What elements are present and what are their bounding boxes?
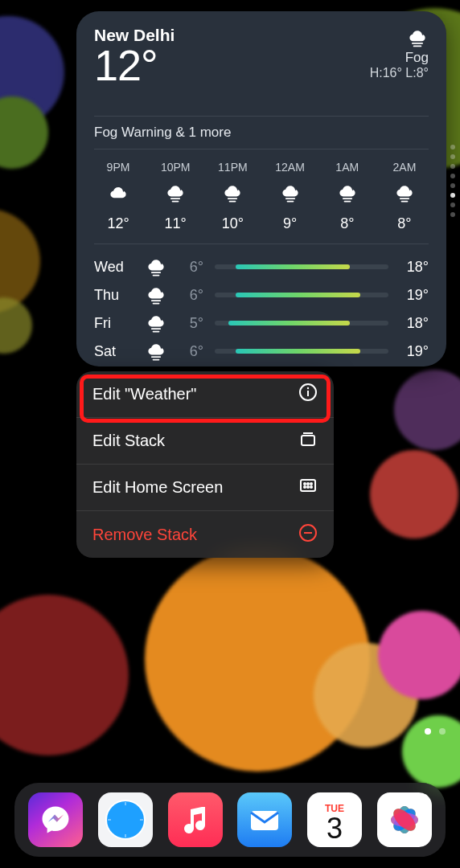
daily-forecast[interactable]: Wed6°18°Thu6°19°Fri5°18°Sat6°19° [94, 244, 429, 362]
hour-time: 9PM [107, 161, 130, 174]
svg-rect-10 [400, 198, 409, 199]
svg-rect-5 [229, 201, 236, 203]
day-name: Fri [94, 315, 133, 332]
svg-rect-41 [251, 811, 278, 830]
hourly-forecast[interactable]: 9PM12°10PM11°11PM10°12AM9°1AM8°2AM8° [94, 149, 429, 244]
fog-icon [393, 182, 416, 207]
temp-range-bar [215, 321, 388, 326]
day-low: 6° [179, 343, 203, 360]
svg-rect-14 [151, 300, 161, 301]
svg-rect-0 [412, 43, 423, 44]
stack-page-indicator [450, 145, 455, 217]
weather-condition: Fog [370, 50, 429, 66]
day-high: 19° [400, 343, 429, 360]
menu-item-label: Edit "Weather" [92, 385, 196, 403]
app-photos[interactable] [377, 792, 432, 847]
svg-point-22 [307, 387, 309, 389]
day-row: Thu6°19° [94, 284, 429, 306]
weather-hi-lo: H:16° L:8° [370, 66, 429, 80]
weather-current-temp: 12° [94, 43, 175, 87]
hour-temp: 9° [283, 215, 297, 232]
svg-rect-15 [153, 303, 160, 305]
menu-item-stack[interactable]: Edit Stack [76, 418, 334, 465]
hour-slot: 2AM8° [380, 161, 429, 232]
svg-rect-1 [413, 46, 422, 47]
menu-item-grid[interactable]: Edit Home Screen [76, 465, 334, 511]
menu-item-info[interactable]: Edit "Weather" [76, 371, 334, 418]
svg-rect-23 [302, 436, 314, 445]
svg-rect-9 [343, 201, 351, 203]
fog-icon [370, 26, 429, 48]
day-high: 18° [400, 259, 429, 276]
hour-temp: 11° [165, 215, 187, 232]
day-name: Wed [94, 259, 133, 276]
hour-temp: 12° [107, 215, 129, 232]
day-row: Wed6°18° [94, 256, 429, 278]
menu-item-label: Edit Stack [92, 432, 165, 450]
svg-rect-12 [151, 272, 161, 273]
weather-alert[interactable]: Fog Warning & 1 more [94, 116, 429, 149]
hour-time: 10PM [161, 161, 191, 174]
fog-icon [336, 182, 359, 207]
app-mail[interactable] [237, 792, 292, 847]
svg-rect-13 [153, 275, 160, 276]
svg-rect-2 [170, 198, 180, 199]
day-low: 6° [179, 287, 203, 304]
day-row: Fri5°18° [94, 312, 429, 334]
svg-rect-8 [343, 198, 352, 199]
menu-item-label: Remove Stack [92, 526, 197, 544]
app-calendar[interactable]: TUE 3 [307, 792, 362, 847]
home-page-indicator[interactable] [425, 728, 446, 735]
fog-icon [164, 182, 187, 207]
svg-rect-6 [285, 198, 294, 199]
svg-point-29 [307, 486, 309, 488]
app-messenger[interactable] [28, 792, 83, 847]
hour-temp: 8° [397, 215, 411, 232]
fog-icon [144, 312, 168, 334]
remove-icon [298, 523, 318, 547]
hour-time: 2AM [393, 161, 417, 174]
hour-slot: 11PM10° [208, 161, 257, 232]
stack-icon [298, 429, 318, 452]
hour-slot: 10PM11° [151, 161, 199, 232]
svg-point-27 [310, 483, 312, 485]
temp-range-bar [215, 264, 388, 269]
svg-rect-4 [228, 198, 237, 199]
fog-icon [144, 340, 168, 362]
svg-point-30 [310, 486, 312, 488]
grid-icon [298, 476, 318, 499]
svg-rect-18 [151, 356, 161, 358]
calendar-day: 3 [327, 814, 343, 843]
svg-point-25 [304, 483, 306, 485]
day-name: Sat [94, 343, 133, 360]
weather-widget[interactable]: New Delhi 12° Fog H:16° L:8° Fog Warning… [76, 11, 446, 366]
menu-item-remove[interactable]: Remove Stack [76, 511, 334, 558]
info-icon [298, 383, 318, 406]
fog-icon [221, 182, 244, 207]
app-music[interactable] [168, 792, 223, 847]
fog-icon [279, 182, 302, 207]
day-low: 6° [179, 259, 203, 276]
day-high: 19° [400, 287, 429, 304]
hour-temp: 10° [222, 215, 244, 232]
fog-icon [144, 284, 168, 306]
hour-time: 1AM [335, 161, 359, 174]
svg-point-28 [304, 486, 306, 488]
hour-time: 11PM [218, 161, 248, 174]
hour-temp: 8° [340, 215, 354, 232]
menu-item-label: Edit Home Screen [92, 478, 223, 497]
app-safari[interactable] [98, 792, 153, 847]
hour-slot: 12AM9° [266, 161, 314, 232]
day-row: Sat6°19° [94, 340, 429, 362]
svg-rect-16 [151, 328, 161, 330]
cloud-icon [107, 182, 129, 207]
hour-slot: 1AM8° [323, 161, 372, 232]
widget-context-menu: Edit "Weather"Edit StackEdit Home Screen… [76, 371, 334, 558]
dock: TUE 3 [14, 783, 446, 857]
day-name: Thu [94, 287, 133, 304]
day-low: 5° [179, 315, 203, 332]
temp-range-bar [215, 349, 388, 354]
svg-rect-19 [153, 359, 160, 361]
svg-point-26 [307, 483, 309, 485]
temp-range-bar [215, 293, 388, 297]
